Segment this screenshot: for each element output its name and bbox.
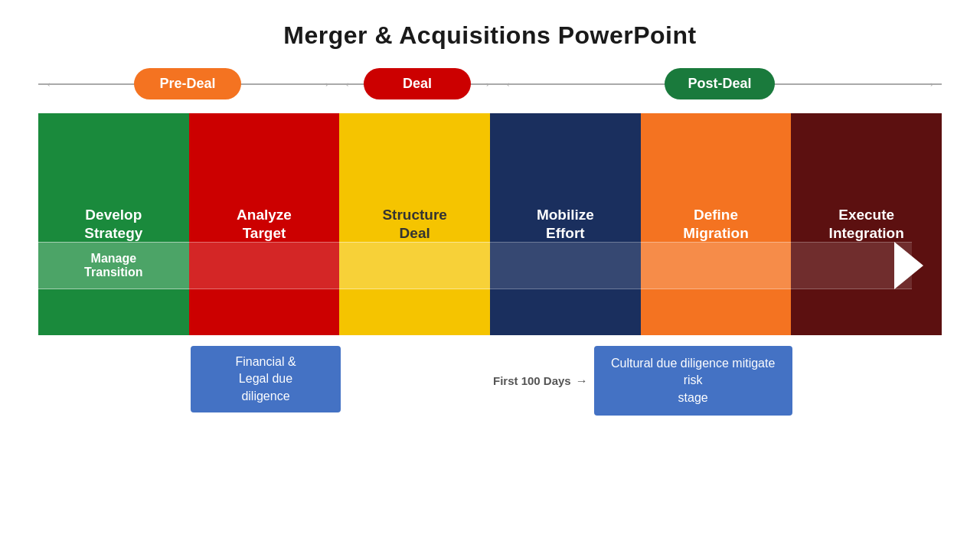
annotation-cultural: Cultural due diligence mitigate risk sta… <box>594 346 792 416</box>
phases-row: ← Pre-Deal → ← Deal → ← Post-Deal → <box>38 68 942 99</box>
phase-postdeal: ← Post-Deal → <box>498 68 942 99</box>
col-title-structure-deal: Structure Deal <box>382 206 446 243</box>
page-title: Merger & Acquisitions PowerPoint <box>283 21 696 50</box>
phase-pill-deal: Deal <box>364 68 471 99</box>
col-inner-define-migration: Define Migration <box>641 113 792 335</box>
col-inner-structure-deal: Structure Deal <box>339 113 490 335</box>
col-structure-deal: Structure Deal <box>339 113 490 335</box>
col-inner-develop-strategy: Develop Strategy <box>38 113 189 335</box>
col-title-mobilize-effort: Mobilize Effort <box>537 206 594 243</box>
col-inner-mobilize-effort: Mobilize Effort <box>490 113 641 335</box>
phase-pill-predeal: Pre-Deal <box>134 68 241 99</box>
phase-deal: ← Deal → <box>337 68 498 99</box>
phase-label-postdeal: Post-Deal <box>688 76 751 92</box>
col-title-develop-strategy: Develop Strategy <box>84 206 142 243</box>
col-title-analyze-target: Analyze Target <box>237 206 292 243</box>
annotation-financial-legal: Financial & Legal due diligence <box>191 346 340 412</box>
phase-label-deal: Deal <box>403 76 432 92</box>
col-execute-integration: Execute Integration <box>791 113 942 335</box>
col-inner-analyze-target: Analyze Target <box>189 113 340 335</box>
arrow-right-predeal: → <box>317 76 331 92</box>
arrow-left-deal: ← <box>343 76 357 92</box>
col-mobilize-effort: Mobilize Effort <box>490 113 641 335</box>
first-100-group: First 100 Days Cultural due diligence mi… <box>493 346 792 416</box>
bottom-annotations-row: Financial & Legal due diligence First 10… <box>38 346 942 416</box>
arrow-left-postdeal: ← <box>504 76 518 92</box>
arrow-left-predeal: ← <box>44 76 58 92</box>
columns-container: Develop Strategy Analyze Target Structur… <box>38 113 942 335</box>
arrow-right-postdeal: → <box>922 76 936 92</box>
col-define-migration: Define Migration <box>641 113 792 335</box>
bottom-col-1: Financial & Legal due diligence <box>188 346 343 412</box>
col-analyze-target: Analyze Target <box>189 113 340 335</box>
col-inner-execute-integration: Execute Integration <box>791 113 942 335</box>
col-title-define-migration: Define Migration <box>683 206 749 243</box>
columns-row: Develop Strategy Analyze Target Structur… <box>38 113 942 335</box>
col-title-execute-integration: Execute Integration <box>829 206 904 243</box>
arrow-right-deal: → <box>478 76 492 92</box>
phase-pre-deal: ← Pre-Deal → <box>38 68 337 99</box>
bottom-col-3-4: First 100 Days Cultural due diligence mi… <box>493 346 792 416</box>
col-develop-strategy: Develop Strategy <box>38 113 189 335</box>
first-100-label: First 100 Days <box>493 374 588 388</box>
phase-pill-postdeal: Post-Deal <box>665 68 774 99</box>
phase-label-predeal: Pre-Deal <box>159 76 215 92</box>
